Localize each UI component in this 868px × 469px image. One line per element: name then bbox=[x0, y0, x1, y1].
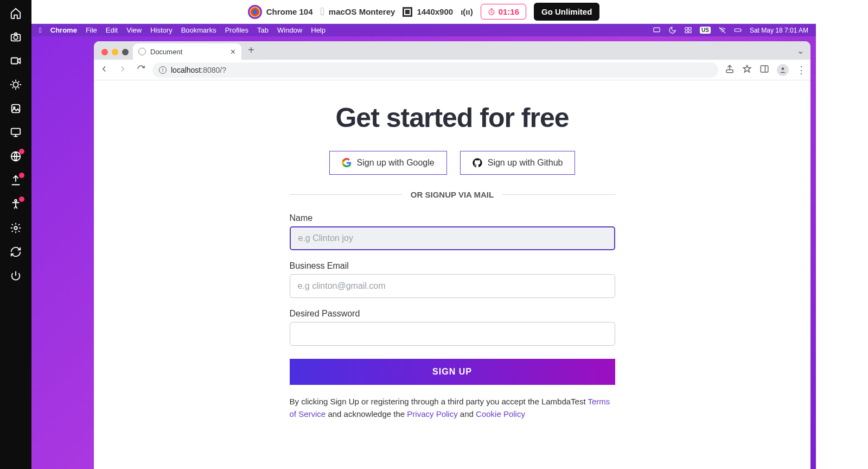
github-button-label: Sign up with Github bbox=[488, 158, 563, 168]
browser-chip: Chrome 104 bbox=[248, 5, 313, 19]
home-icon[interactable] bbox=[9, 7, 22, 20]
resolution-chip: 1440x900 bbox=[403, 7, 453, 17]
email-input[interactable] bbox=[290, 274, 615, 298]
os-label: macOS Monterey bbox=[329, 7, 395, 16]
name-label: Name bbox=[290, 213, 615, 223]
tab-list-chevron-icon[interactable]: ⌄ bbox=[797, 46, 804, 56]
kebab-menu-icon[interactable]: ⋮ bbox=[796, 64, 805, 76]
maximize-window-button[interactable] bbox=[122, 49, 129, 55]
github-icon bbox=[473, 158, 482, 168]
browser-tab[interactable]: Document ✕ bbox=[133, 43, 241, 60]
svg-rect-2 bbox=[11, 58, 18, 64]
svg-point-1 bbox=[14, 35, 17, 39]
camera-icon[interactable] bbox=[9, 30, 22, 43]
globe-icon[interactable] bbox=[9, 150, 22, 163]
address-bar[interactable]: i localhost:8080/? bbox=[152, 62, 718, 78]
password-input[interactable] bbox=[290, 322, 615, 346]
svg-rect-17 bbox=[726, 69, 733, 72]
close-window-button[interactable] bbox=[101, 49, 108, 55]
svg-rect-14 bbox=[685, 31, 688, 33]
name-input[interactable] bbox=[290, 226, 615, 250]
apple-icon:  bbox=[321, 5, 324, 18]
signup-github-button[interactable]: Sign up with Github bbox=[460, 151, 576, 175]
svg-point-9 bbox=[14, 226, 17, 230]
svg-rect-16 bbox=[735, 29, 741, 31]
macos-desktop:  Chrome File Edit View History Bookmark… bbox=[31, 24, 816, 469]
new-tab-button[interactable]: + bbox=[241, 44, 261, 60]
url-path: 8080/? bbox=[203, 66, 226, 74]
menu-bookmarks[interactable]: Bookmarks bbox=[181, 26, 216, 34]
menu-tab[interactable]: Tab bbox=[257, 26, 269, 34]
menu-view[interactable]: View bbox=[126, 26, 142, 34]
network-icon[interactable]: ı(ıı) bbox=[461, 7, 473, 16]
menubar-datetime: Sat May 18 7:01 AM bbox=[750, 27, 808, 34]
menu-edit[interactable]: Edit bbox=[106, 26, 118, 34]
gear-icon[interactable] bbox=[9, 221, 22, 234]
timer-value: 01:16 bbox=[499, 7, 519, 16]
svg-rect-6 bbox=[11, 129, 21, 135]
profile-avatar[interactable] bbox=[777, 64, 789, 76]
upload-icon[interactable] bbox=[9, 174, 22, 187]
site-info-icon[interactable]: i bbox=[159, 66, 167, 74]
dnd-icon[interactable] bbox=[668, 26, 676, 34]
signup-google-button[interactable]: Sign up with Google bbox=[329, 151, 447, 175]
cookie-link[interactable]: Cookie Policy bbox=[476, 409, 525, 419]
go-unlimited-button[interactable]: Go Unlimited bbox=[534, 3, 599, 21]
signup-submit-button[interactable]: SIGN UP bbox=[290, 359, 615, 385]
minimize-window-button[interactable] bbox=[112, 49, 118, 55]
tab-title: Document bbox=[150, 48, 182, 56]
svg-rect-13 bbox=[688, 28, 691, 30]
letterbox-right bbox=[816, 0, 868, 469]
menu-file[interactable]: File bbox=[86, 26, 97, 34]
signup-form: Name Business Email Desired Password SIG… bbox=[290, 213, 615, 420]
tab-strip: Document ✕ + ⌄ bbox=[94, 41, 810, 60]
menu-profiles[interactable]: Profiles bbox=[225, 26, 248, 34]
monitor-icon[interactable] bbox=[9, 126, 22, 139]
svg-rect-15 bbox=[688, 31, 691, 33]
mac-menubar:  Chrome File Edit View History Bookmark… bbox=[31, 24, 816, 36]
power-icon[interactable] bbox=[9, 269, 22, 282]
back-button[interactable] bbox=[99, 64, 109, 76]
browser-toolbar: i localhost:8080/? ⋮ bbox=[94, 60, 810, 80]
tab-favicon bbox=[138, 48, 146, 55]
menu-help[interactable]: Help bbox=[311, 26, 326, 34]
forward-button bbox=[118, 64, 127, 76]
session-info-bar: Chrome 104  macOS Monterey 1440x900 ı(ı… bbox=[31, 0, 816, 24]
google-icon bbox=[342, 158, 352, 168]
screenshare-icon[interactable] bbox=[653, 26, 661, 34]
bug-icon[interactable] bbox=[9, 78, 22, 91]
svg-rect-18 bbox=[761, 66, 768, 72]
window-controls bbox=[99, 49, 133, 60]
page-title: Get started for free bbox=[290, 102, 615, 134]
mission-control-icon[interactable] bbox=[684, 26, 692, 34]
share-icon[interactable] bbox=[725, 64, 735, 76]
keyboard-layout-badge[interactable]: US bbox=[700, 27, 711, 34]
refresh-icon[interactable] bbox=[9, 245, 22, 258]
privacy-link[interactable]: Privacy Policy bbox=[407, 409, 457, 419]
menu-window[interactable]: Window bbox=[277, 26, 302, 34]
close-tab-icon[interactable]: ✕ bbox=[230, 48, 236, 56]
svg-rect-11 bbox=[654, 28, 660, 32]
apple-menu-icon[interactable]:  bbox=[39, 26, 42, 34]
svg-rect-4 bbox=[12, 105, 20, 113]
menu-history[interactable]: History bbox=[150, 26, 172, 34]
bookmark-star-icon[interactable] bbox=[742, 64, 752, 76]
svg-rect-12 bbox=[685, 28, 688, 30]
wifi-off-icon[interactable] bbox=[718, 26, 726, 34]
resolution-icon bbox=[403, 7, 412, 17]
divider-text: OR SIGNUP VIA MAIL bbox=[290, 190, 615, 199]
resolution-label: 1440x900 bbox=[417, 7, 453, 16]
sidepanel-icon[interactable] bbox=[760, 64, 769, 76]
password-label: Desired Password bbox=[290, 309, 615, 319]
gallery-icon[interactable] bbox=[9, 102, 22, 115]
svg-point-8 bbox=[15, 200, 17, 202]
google-button-label: Sign up with Google bbox=[357, 158, 435, 168]
app-menu[interactable]: Chrome bbox=[50, 26, 77, 34]
os-chip:  macOS Monterey bbox=[321, 5, 395, 18]
page-viewport: Get started for free Sign up with Google… bbox=[94, 80, 810, 469]
video-icon[interactable] bbox=[9, 54, 22, 67]
legal-text: By clicking Sign Up or registering throu… bbox=[290, 396, 615, 420]
battery-icon[interactable] bbox=[734, 26, 742, 34]
reload-button[interactable] bbox=[136, 64, 146, 76]
accessibility-icon[interactable] bbox=[9, 198, 22, 211]
